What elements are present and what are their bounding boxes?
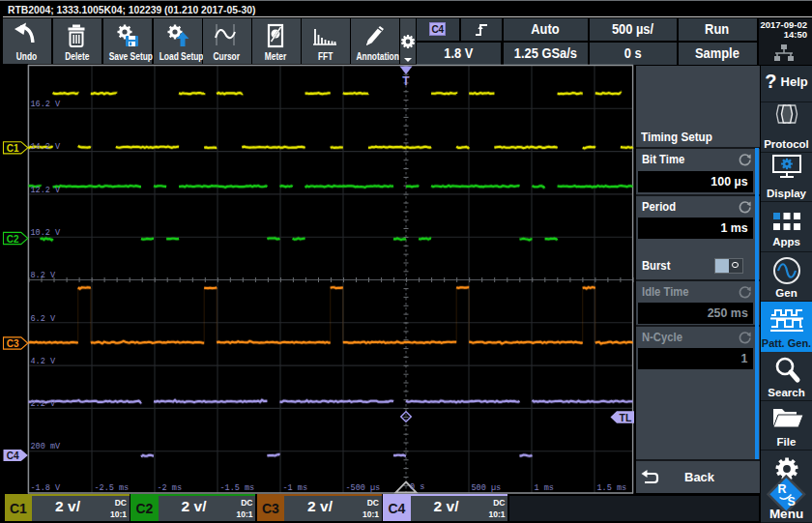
svg-text:0 s: 0 s [410, 482, 424, 492]
svg-text:4.2 V: 4.2 V [31, 357, 56, 366]
svg-text:-1.5 ms: -1.5 ms [220, 483, 255, 493]
svg-text:R: R [778, 482, 787, 496]
svg-text:C3: C3 [7, 338, 19, 349]
svg-text:-500 µs: -500 µs [346, 483, 381, 493]
svg-text:2.2 V: 2.2 V [31, 399, 56, 409]
svg-text:-2 ms: -2 ms [158, 483, 183, 493]
svg-text:12.2 V: 12.2 V [31, 186, 62, 195]
svg-text:TL: TL [620, 412, 632, 423]
svg-text:T: T [402, 74, 410, 88]
svg-text:-1.8 V: -1.8 V [31, 483, 62, 493]
svg-text:1 ms: 1 ms [535, 483, 554, 493]
svg-text:10.2 V: 10.2 V [31, 228, 62, 238]
svg-text:500 µs: 500 µs [472, 483, 502, 493]
svg-text:C4: C4 [7, 450, 19, 461]
svg-text:200 mV: 200 mV [31, 442, 62, 451]
svg-text:8.2 V: 8.2 V [31, 271, 56, 280]
svg-text:14.2 V: 14.2 V [31, 142, 62, 152]
svg-text:16.2 V: 16.2 V [31, 100, 62, 109]
svg-text:-2.5 ms: -2.5 ms [95, 483, 130, 493]
svg-text:1.5 ms: 1.5 ms [597, 483, 627, 493]
svg-text:C2: C2 [7, 234, 19, 245]
svg-text:6.2 V: 6.2 V [31, 314, 56, 324]
svg-text:C1: C1 [7, 143, 19, 154]
svg-text:-1 ms: -1 ms [283, 483, 308, 493]
